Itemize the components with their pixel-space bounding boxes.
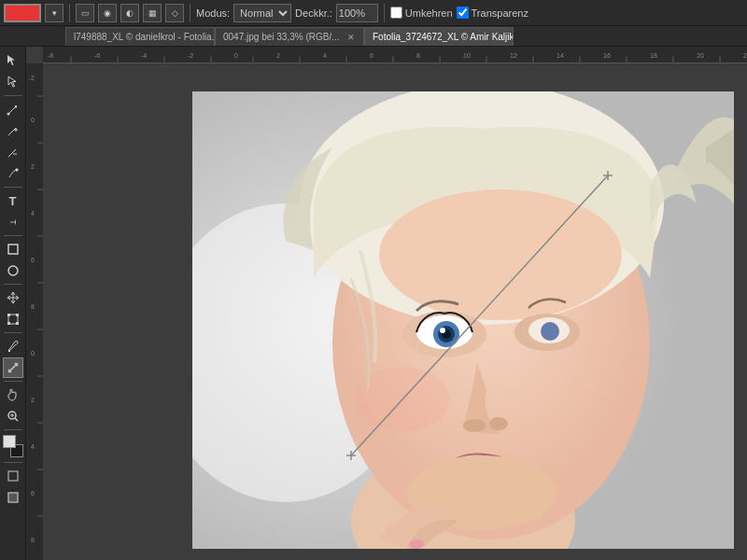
reverse-group: Umkehren [390, 7, 453, 19]
tool-sep-4 [4, 284, 22, 285]
svg-rect-6 [16, 314, 19, 316]
svg-text:12: 12 [510, 52, 517, 59]
svg-point-76 [379, 189, 622, 320]
ruler-top: -8 -6 -4 -2 0 2 4 6 8 [43, 47, 747, 63]
tab-bar: l749888_XL © danielkrol - Fotolia.com.jp… [0, 26, 747, 47]
svg-rect-2 [8, 245, 18, 254]
transform-tool-btn[interactable] [3, 309, 23, 329]
transparency-label: Transparenz [472, 7, 529, 19]
tool-sep-2 [4, 187, 22, 188]
svg-point-3 [8, 266, 18, 275]
svg-rect-14 [8, 471, 18, 481]
type-v-tool-btn[interactable]: T [3, 212, 23, 232]
mode-label: Modus: [196, 7, 230, 19]
svg-line-11 [15, 418, 18, 421]
left-toolbar: T T [0, 47, 26, 560]
reverse-label: Umkehren [405, 7, 453, 19]
svg-text:6: 6 [31, 490, 35, 497]
direct-select-tool-btn[interactable] [3, 72, 23, 92]
svg-text:4: 4 [323, 52, 327, 59]
svg-marker-1 [15, 168, 19, 172]
opacity-input[interactable] [336, 4, 378, 22]
svg-text:8: 8 [31, 537, 35, 543]
photo-image [192, 91, 734, 549]
type-tool-btn[interactable]: T [3, 190, 23, 211]
pen-tool-btn[interactable] [3, 99, 23, 119]
eyedropper-tool-btn[interactable] [3, 336, 23, 357]
tab-3-label: Fotolia_3724672_XL © Amir Kaljikovic - F… [373, 32, 514, 42]
diamond-gradient-icon[interactable]: ◇ [165, 4, 184, 22]
color-swatches-widget[interactable] [3, 435, 23, 457]
separator-3 [384, 4, 385, 22]
ellipse-tool-btn[interactable] [3, 260, 23, 281]
tool-sep-7 [4, 429, 22, 430]
svg-text:22: 22 [743, 52, 747, 59]
rect-tool-btn[interactable] [3, 239, 23, 259]
color-swatch[interactable] [4, 4, 41, 22]
photo-canvas[interactable] [192, 91, 734, 549]
separator-2 [190, 4, 190, 22]
tab-2-label: 0047.jpg bei 33,3% (RGB/... [223, 32, 340, 42]
svg-text:4: 4 [31, 443, 35, 450]
svg-point-85 [541, 322, 559, 341]
svg-rect-17 [43, 47, 747, 63]
svg-text:0: 0 [31, 350, 35, 357]
svg-text:6: 6 [31, 257, 35, 263]
ruler-left: -2 0 2 4 6 8 0 2 4 6 8 [26, 63, 43, 560]
svg-text:4: 4 [31, 210, 35, 217]
svg-rect-9 [8, 350, 10, 352]
add-anchor-btn[interactable] [3, 120, 23, 141]
canvas-container [43, 63, 747, 560]
tab-1-label: l749888_XL © danielkrol - Fotolia.com.jp… [74, 32, 215, 42]
svg-text:10: 10 [463, 52, 471, 59]
svg-text:20: 20 [697, 52, 704, 59]
svg-text:8: 8 [416, 52, 420, 59]
svg-point-87 [489, 417, 508, 430]
hand-tool-btn[interactable] [3, 385, 23, 405]
radial-gradient-icon[interactable]: ◉ [98, 4, 117, 22]
tool-sep-1 [4, 95, 22, 96]
tab-2[interactable]: 0047.jpg bei 33,3% (RGB/... ✕ [215, 27, 364, 46]
tab-3[interactable]: Fotolia_3724672_XL © Amir Kaljikovic - F… [364, 27, 514, 46]
foreground-color-swatch[interactable] [3, 435, 16, 448]
svg-text:-8: -8 [48, 52, 53, 59]
svg-text:8: 8 [31, 303, 35, 310]
ruler-left-svg: -2 0 2 4 6 8 0 2 4 6 8 [26, 63, 43, 560]
mode-dropdown[interactable]: Normal [233, 4, 291, 22]
svg-point-86 [463, 419, 486, 432]
svg-text:-2: -2 [29, 75, 35, 81]
selection-tool-btn[interactable] [3, 50, 23, 71]
full-screen-btn[interactable] [3, 487, 23, 508]
reverse-checkbox[interactable] [390, 7, 402, 19]
convert-point-btn[interactable] [3, 163, 23, 184]
canvas-area[interactable]: -8 -6 -4 -2 0 2 4 6 8 [26, 47, 747, 560]
ruler-top-svg: -8 -6 -4 -2 0 2 4 6 8 [43, 47, 747, 63]
tab-2-close[interactable]: ✕ [345, 33, 357, 42]
svg-point-90 [409, 539, 424, 549]
svg-text:2: 2 [31, 397, 35, 403]
svg-rect-8 [16, 322, 19, 325]
svg-text:2: 2 [276, 52, 280, 59]
linear-gradient-icon[interactable]: ▭ [76, 4, 94, 22]
standard-screen-btn[interactable] [3, 466, 23, 486]
measure-tool-btn active[interactable] [3, 357, 23, 378]
transparency-checkbox[interactable] [457, 7, 469, 19]
svg-text:0: 0 [234, 52, 238, 59]
top-toolbar: ▾ ▭ ◉ ◐ ▦ ◇ Modus: Normal Deckkr.: Umkeh… [0, 0, 747, 26]
zoom-tool-btn[interactable] [3, 406, 23, 427]
svg-rect-5 [7, 314, 10, 316]
svg-rect-15 [7, 492, 19, 503]
delete-anchor-btn[interactable] [3, 142, 23, 162]
svg-rect-7 [7, 322, 10, 325]
svg-text:2: 2 [31, 163, 35, 170]
svg-point-0 [7, 113, 9, 116]
svg-text:-2: -2 [188, 52, 193, 59]
move-tool-btn[interactable] [3, 287, 23, 308]
separator-1 [69, 4, 70, 22]
svg-point-82 [440, 328, 445, 333]
tool-sep-5 [4, 332, 22, 333]
tab-1[interactable]: l749888_XL © danielkrol - Fotolia.com.jp… [65, 27, 215, 46]
reflected-gradient-icon[interactable]: ▦ [143, 4, 162, 22]
swatch-dropdown[interactable]: ▾ [45, 4, 63, 22]
angle-gradient-icon[interactable]: ◐ [120, 4, 139, 22]
